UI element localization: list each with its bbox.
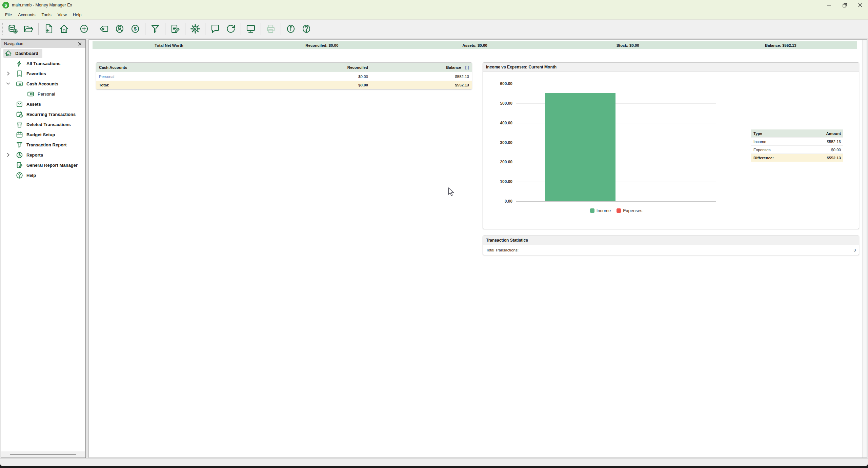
scrollbar-thumb[interactable] xyxy=(10,454,76,455)
sidebar-item-label: Cash Accounts xyxy=(26,81,58,86)
sidebar-item-help[interactable]: Help xyxy=(1,170,85,180)
open-database-button[interactable] xyxy=(21,21,36,37)
fullscreen-button[interactable] xyxy=(243,21,259,37)
total-transactions-label: Total Transactions: xyxy=(486,248,519,252)
restore-button[interactable] xyxy=(837,0,852,10)
home-icon xyxy=(59,23,69,34)
sidebar-item-dashboard[interactable]: Dashboard xyxy=(1,48,85,58)
navigation-tree: Dashboard All Transactions xyxy=(1,48,85,451)
title-bar: $ main.mmb - Money Manager Ex xyxy=(0,0,868,10)
difference-row: Difference: $552.13 xyxy=(751,154,843,162)
expenses-swatch-icon xyxy=(617,208,621,213)
window-controls xyxy=(821,0,868,10)
income-row: Income $552.13 xyxy=(751,137,843,145)
sidebar-item-label: Transaction Report xyxy=(26,142,66,147)
document-edit-icon xyxy=(170,23,181,34)
options-button[interactable] xyxy=(187,21,203,37)
new-file-button[interactable] xyxy=(41,21,56,37)
column-amount: Amount xyxy=(826,131,841,136)
sidebar-item-recurring-transactions[interactable]: Recurring Transactions xyxy=(1,109,85,119)
cash-accounts-panel: Cash Accounts Reconciled Balance [-] Per… xyxy=(96,62,472,89)
menu-file[interactable]: File xyxy=(2,12,15,18)
new-database-button[interactable] xyxy=(5,21,21,37)
feedback-button[interactable] xyxy=(207,21,223,37)
menu-accounts[interactable]: Accounts xyxy=(15,12,38,18)
categories-button[interactable] xyxy=(96,21,112,37)
income-vs-expenses-panel: Income vs Expenses: Current Month 600.00… xyxy=(483,62,859,229)
sidebar-horizontal-scrollbar[interactable] xyxy=(1,451,85,457)
legend-expenses: Expenses xyxy=(617,208,642,213)
menu-tools[interactable]: Tools xyxy=(39,12,55,18)
home-icon xyxy=(5,50,12,57)
toolbar-grip[interactable] xyxy=(2,23,3,35)
minimize-button[interactable] xyxy=(821,0,837,10)
sidebar-item-label: Recurring Transactions xyxy=(26,112,76,117)
sidebar-item-personal[interactable]: Personal xyxy=(1,89,85,99)
question-icon xyxy=(301,23,312,34)
main-vertical-scrollbar[interactable] xyxy=(862,40,867,457)
close-button[interactable] xyxy=(852,0,868,10)
toolbar-separator xyxy=(241,23,241,35)
income-expense-table: Type Amount Income $552.13 Expenses $0.0… xyxy=(751,129,843,162)
payees-button[interactable] xyxy=(112,21,127,37)
trash-icon xyxy=(16,121,23,128)
sidebar-item-label: Reports xyxy=(26,152,43,158)
chevron-right-icon[interactable] xyxy=(5,71,11,76)
sidebar-item-budget-setup[interactable]: Budget Setup xyxy=(1,129,85,140)
home-button[interactable] xyxy=(56,21,72,37)
y-tick-label: 500.00 xyxy=(500,101,512,106)
chevron-right-icon[interactable] xyxy=(5,152,11,158)
menu-view[interactable]: View xyxy=(55,12,70,18)
sidebar-item-favorites[interactable]: Favorites xyxy=(1,68,85,79)
y-tick-label: 400.00 xyxy=(500,121,512,125)
sidebar-item-all-transactions[interactable]: All Transactions xyxy=(1,58,85,68)
tag-icon xyxy=(99,23,109,34)
summary-total-net-worth: Total Net Worth xyxy=(93,43,245,47)
printer-icon xyxy=(265,23,276,34)
selected-highlight: Dashboard xyxy=(3,49,42,58)
mouse-cursor xyxy=(447,187,455,198)
dashboard-main: Total Net Worth Reconciled: $0.00 Assets… xyxy=(88,39,867,458)
navigation-panel-header: Navigation xyxy=(1,40,85,48)
new-transaction-button[interactable] xyxy=(76,21,92,37)
transaction-filter-button[interactable] xyxy=(147,21,163,37)
sidebar-item-general-report-manager[interactable]: General Report Manager xyxy=(1,160,85,170)
sidebar-item-deleted-transactions[interactable]: Deleted Transactions xyxy=(1,119,85,129)
currency-button[interactable]: $ xyxy=(127,21,143,37)
money-manager-ex-app: { "window": { "title": "main.mmb - Money… xyxy=(0,0,868,468)
sidebar-item-label: General Report Manager xyxy=(26,163,78,168)
account-link[interactable]: Personal xyxy=(96,75,272,79)
app-window: $ main.mmb - Money Manager Ex File Accou… xyxy=(0,0,868,466)
column-reconciled: Reconciled xyxy=(272,65,371,69)
grm-toolbar-button[interactable] xyxy=(167,21,183,37)
new-database-icon xyxy=(7,23,18,34)
sidebar-item-assets[interactable]: Assets xyxy=(1,99,85,109)
refresh-button[interactable] xyxy=(223,21,239,37)
menu-bar: File Accounts Tools View Help xyxy=(0,10,868,19)
sidebar-item-label: Deleted Transactions xyxy=(26,122,71,127)
y-tick-label: 600.00 xyxy=(500,81,512,86)
sidebar-item-transaction-report[interactable]: Transaction Report xyxy=(1,140,85,150)
monitor-icon xyxy=(245,23,256,34)
collapse-link[interactable]: [-] xyxy=(465,65,469,69)
sidebar-item-label: Favorites xyxy=(26,71,46,76)
toolbar-separator xyxy=(165,23,165,35)
chevron-down-icon[interactable] xyxy=(5,81,11,86)
wallet-icon xyxy=(27,90,34,98)
about-button[interactable] xyxy=(283,21,299,37)
sidebar-item-label: Assets xyxy=(26,102,41,107)
sidebar-item-cash-accounts[interactable]: Cash Accounts xyxy=(1,79,85,89)
menu-help[interactable]: Help xyxy=(70,12,85,18)
new-file-icon xyxy=(43,23,54,34)
summary-balance: Balance: $552.13 xyxy=(704,43,857,47)
total-reconciled: $0.00 xyxy=(272,83,371,87)
sidebar-item-label: Personal xyxy=(38,91,55,97)
person-circle-icon xyxy=(114,23,125,34)
sidebar-item-reports[interactable]: Reports xyxy=(1,150,85,160)
account-row-personal[interactable]: Personal $0.00 $552.13 xyxy=(96,72,472,81)
help-button[interactable] xyxy=(299,21,314,37)
navigation-close-button[interactable] xyxy=(77,41,82,46)
navigation-title: Navigation xyxy=(4,41,23,46)
legend-label: Expenses xyxy=(623,208,642,213)
wallet-icon xyxy=(16,80,23,87)
